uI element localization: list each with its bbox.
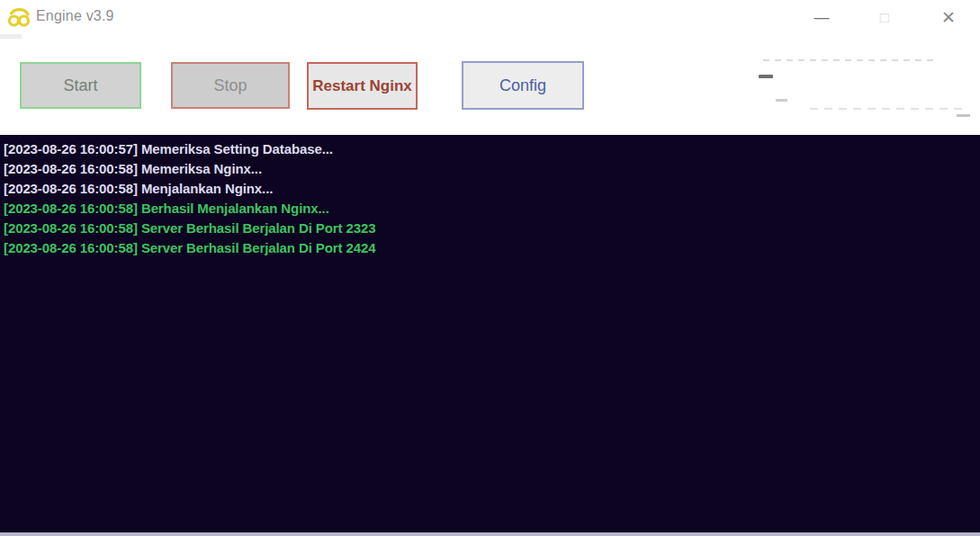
minimize-button[interactable]: —	[806, 4, 837, 31]
title-bar: Engine v3.9 — □ ✕	[0, 0, 980, 36]
minimize-icon: —	[814, 10, 830, 25]
glitch-artifact	[957, 114, 970, 117]
maximize-icon: □	[880, 10, 889, 25]
close-icon: ✕	[941, 9, 956, 26]
restart-nginx-button[interactable]: Restart Nginx	[307, 62, 418, 110]
log-line: [2023-08-26 16:00:58] Berhasil Menjalank…	[4, 199, 980, 219]
console-log-area[interactable]: [2023-08-26 16:00:57] Memeriksa Setting …	[0, 135, 980, 532]
glitch-artifact	[810, 108, 967, 110]
glitch-artifact	[759, 75, 773, 78]
glitch-artifact	[763, 59, 939, 61]
window-title: Engine v3.9	[36, 8, 114, 24]
log-line: [2023-08-26 16:00:58] Server Berhasil Be…	[4, 238, 980, 258]
window-bottom-border	[0, 532, 980, 536]
log-line: [2023-08-26 16:00:58] Memeriksa Nginx...	[4, 159, 980, 179]
stop-button[interactable]: Stop	[171, 62, 290, 109]
config-button[interactable]: Config	[462, 61, 584, 110]
maximize-button[interactable]: □	[869, 4, 900, 31]
start-button[interactable]: Start	[20, 62, 141, 109]
log-line: [2023-08-26 16:00:58] Server Berhasil Be…	[4, 219, 980, 238]
glitch-artifact	[776, 99, 787, 102]
close-button[interactable]: ✕	[933, 4, 964, 31]
log-line: [2023-08-26 16:00:57] Memeriksa Setting …	[4, 139, 980, 159]
app-logo-icon	[5, 4, 32, 31]
log-line: [2023-08-26 16:00:58] Menjalankan Nginx.…	[4, 179, 980, 199]
